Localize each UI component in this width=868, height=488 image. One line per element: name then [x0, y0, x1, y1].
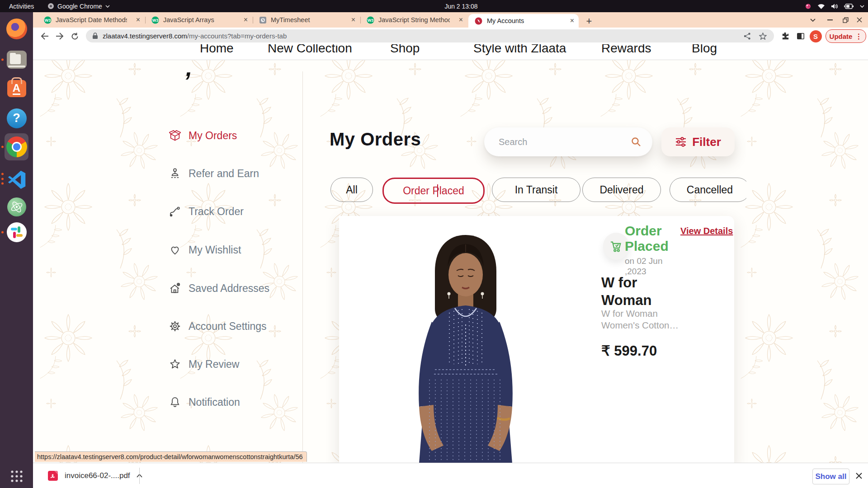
system-tray[interactable]	[805, 0, 864, 12]
sidebar-label: My Orders	[189, 130, 237, 142]
close-icon[interactable]: ×	[239, 16, 252, 24]
order-status-tabs: All Order Placed In Transit Delivered Ca…	[327, 177, 746, 205]
slack-icon[interactable]	[5, 220, 28, 244]
download-item[interactable]: invoice66-02-....pdf	[42, 467, 148, 485]
page-content: Home New Collection Shop Style with Zlaa…	[33, 44, 868, 463]
logo-fragment: ,	[186, 54, 192, 81]
ubuntu-top-bar: Activities Google Chrome Jun 2 13:08	[0, 0, 868, 12]
avatar[interactable]: S	[809, 30, 822, 42]
close-icon[interactable]: ×	[347, 16, 360, 24]
sidebar-item-notification[interactable]: Notification	[169, 394, 240, 410]
tab-in-transit[interactable]: In Transit	[492, 178, 580, 202]
close-download-bar-icon[interactable]	[852, 469, 866, 483]
site-nav: Home New Collection Shop Style with Zlaa…	[33, 44, 868, 60]
svg-text:W3: W3	[368, 18, 374, 23]
tab-title: My Accounts	[487, 17, 559, 24]
input-indicator-icon	[805, 3, 811, 9]
browser-toolbar: zlaatav4.testingserver8.com /my-accounts…	[33, 28, 868, 44]
app-menu[interactable]: Google Chrome	[47, 0, 110, 12]
svg-text:W3: W3	[45, 18, 51, 23]
w3schools-favicon: W3	[44, 16, 52, 24]
side-panel-icon[interactable]	[794, 30, 807, 42]
tab-order-placed[interactable]: Order Placed	[382, 178, 485, 204]
close-icon[interactable]: ×	[566, 17, 579, 25]
chrome-icon[interactable]	[5, 133, 28, 160]
tab-mytimesheet[interactable]: MyTimesheet ×	[253, 12, 360, 28]
tab-js-arrays[interactable]: W3 JavaScript Arrays ×	[146, 12, 252, 28]
tab-cancelled[interactable]: Cancelled	[670, 178, 746, 202]
battery-icon	[844, 4, 854, 9]
nav-new-collection[interactable]: New Collection	[268, 44, 352, 56]
show-all-button[interactable]: Show all	[812, 469, 849, 484]
sidebar-label: Saved Addresses	[189, 282, 269, 295]
sidebar-label: My Review	[189, 358, 239, 371]
minimize-icon[interactable]	[825, 14, 835, 25]
gear-icon	[169, 320, 181, 333]
tab-title: JavaScript String Methods	[378, 16, 450, 23]
clock[interactable]: Jun 2 13:08	[432, 0, 491, 12]
sidebar-item-my-orders[interactable]: My Orders	[169, 127, 237, 144]
close-window-icon[interactable]	[854, 14, 865, 25]
sidebar-item-my-wishlist[interactable]: My Wishlist	[169, 242, 241, 258]
restore-window-icon[interactable]	[840, 14, 851, 25]
sidebar-item-track-order[interactable]: Track Order	[169, 203, 244, 220]
extensions-puzzle-icon[interactable]	[779, 30, 792, 42]
vscode-icon[interactable]	[5, 167, 28, 191]
back-icon[interactable]	[38, 30, 51, 42]
forward-icon[interactable]	[53, 30, 66, 42]
search-box[interactable]	[484, 127, 652, 156]
nav-blog[interactable]: Blog	[692, 44, 717, 56]
sidebar-item-refer-and-earn[interactable]: Refer and Earn	[169, 165, 259, 182]
tab-all[interactable]: All	[330, 178, 373, 202]
firefox-icon[interactable]	[5, 17, 28, 41]
bookmark-star-icon[interactable]	[759, 33, 767, 40]
cart-check-icon	[609, 239, 623, 253]
address-bar[interactable]: zlaatav4.testingserver8.com /my-accounts…	[86, 29, 774, 42]
close-icon[interactable]: ×	[132, 16, 145, 24]
product-brand[interactable]: W for Woman	[601, 274, 678, 309]
filter-button[interactable]: Filter	[661, 127, 735, 156]
browser-menu-icon[interactable]: ⋮	[855, 32, 862, 41]
order-card[interactable]: Order Placed on 02 Jun ,2023 View Detail…	[339, 216, 734, 463]
zlaata-favicon	[475, 17, 482, 25]
chevron-down-icon	[105, 5, 110, 8]
nav-style-with-zlaata[interactable]: Style with Zlaata	[473, 44, 566, 56]
nav-rewards[interactable]: Rewards	[601, 44, 651, 56]
chrome-mini-icon	[47, 3, 54, 9]
activities-button[interactable]: Activities	[9, 0, 34, 12]
view-details-link[interactable]: View Details	[680, 226, 733, 236]
share-icon[interactable]	[744, 33, 751, 40]
sidebar-label: Refer and Earn	[189, 168, 259, 180]
tab-delivered[interactable]: Delivered	[582, 178, 661, 202]
nav-home[interactable]: Home	[200, 44, 234, 56]
product-image[interactable]	[339, 216, 592, 463]
files-icon[interactable]	[5, 47, 28, 71]
search-input[interactable]	[498, 136, 626, 148]
tab-js-string-methods[interactable]: W3 JavaScript String Methods ×	[361, 12, 467, 28]
sidebar-item-account-settings[interactable]: Account Settings	[169, 318, 267, 334]
search-icon[interactable]	[631, 136, 642, 147]
atom-icon[interactable]	[5, 195, 28, 219]
download-bar: invoice66-02-....pdf Show all	[33, 463, 868, 488]
chevron-down-icon[interactable]	[860, 5, 864, 8]
sidebar-label: Track Order	[189, 206, 244, 218]
tab-js-date-methods[interactable]: W3 JavaScript Date Methods ×	[38, 12, 145, 28]
tab-strip: W3 JavaScript Date Methods × W3 JavaScri…	[33, 12, 868, 28]
new-tab-button[interactable]: +	[584, 16, 594, 27]
reload-icon[interactable]	[68, 30, 81, 42]
sidebar-item-my-review[interactable]: My Review	[169, 356, 239, 372]
help-icon[interactable]: ?	[5, 106, 28, 130]
svg-text:W3: W3	[152, 18, 159, 23]
download-bar-divider	[139, 468, 140, 484]
bell-icon	[169, 396, 181, 408]
tab-search-chevron-icon[interactable]	[807, 14, 818, 25]
nav-shop[interactable]: Shop	[390, 44, 420, 56]
close-icon[interactable]: ×	[454, 16, 467, 24]
pdf-file-icon	[47, 470, 58, 481]
tab-my-accounts[interactable]: My Accounts ×	[468, 14, 579, 28]
ubuntu-software-icon[interactable]: A	[5, 76, 28, 100]
app-grid-icon[interactable]	[5, 464, 28, 488]
update-button[interactable]: Update ⋮	[826, 29, 866, 43]
sidebar-item-saved-addresses[interactable]: Saved Addresses	[169, 280, 269, 296]
tab-title: JavaScript Date Methods	[56, 16, 127, 23]
